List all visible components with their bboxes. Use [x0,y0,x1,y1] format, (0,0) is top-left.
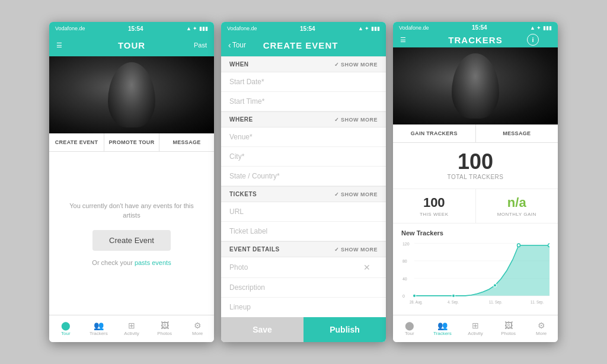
tour-tab-icon-t: ⬤ [405,321,414,330]
tour-screen: Vodafone.de 15:54 ▲ ✦ ▮▮▮ ☰ TOUR Past CR… [49,22,214,342]
tab-trackers[interactable]: 👥 Trackers [82,315,116,342]
create-event-screen: Vodafone.de 15:54 ▲ ✦ ▮▮▮ ‹ Tour CREATE … [221,22,386,342]
trackers-face-silhouette [452,53,499,119]
venue-field[interactable]: Venue* [221,127,386,147]
menu-icon-tour[interactable]: ☰ [56,41,80,49]
pasts-events-link[interactable]: pasts events [135,259,171,266]
create-event-button[interactable]: Create Event [92,230,171,251]
carrier-create: Vodafone.de [227,25,257,31]
nav-bar-tour: ☰ TOUR Past [49,34,214,56]
photos-tab-icon-t: 🖼 [504,321,513,330]
where-show-more[interactable]: ✓ SHOW MORE [334,117,378,123]
tab-activity-t[interactable]: ⊞ Activity [459,315,492,342]
new-trackers-chart-area: New Trackers 120 80 40 0 [393,223,558,315]
svg-point-9 [413,294,416,297]
carrier-trackers: Vodafone.de [399,25,429,31]
state-country-field[interactable]: State / Country* [221,167,386,186]
carrier-tour: Vodafone.de [55,25,85,31]
tab-photos-t[interactable]: 🖼 Photos [492,315,525,342]
this-week-number: 100 [399,195,469,210]
svg-text:80: 80 [402,258,407,264]
gain-trackers-tab[interactable]: GAIN TRACKERS [393,124,476,142]
back-button[interactable]: ‹ Tour [228,40,246,50]
status-icons-tour: ▲ ✦ ▮▮▮ [186,25,208,31]
tickets-label: TICKETS [229,191,257,197]
trackers-tab-icon-t: 👥 [437,321,448,330]
tour-tab-icon: ⬤ [61,321,71,330]
event-details-show-more[interactable]: ✓ SHOW MORE [334,247,378,253]
svg-point-13 [548,244,550,247]
activity-tab-icon: ⊞ [128,321,135,330]
info-icon[interactable]: i [527,34,551,46]
message-tab-trackers[interactable]: MESSAGE [476,124,558,142]
svg-text:4. Sep.: 4. Sep. [448,300,459,305]
tab-activity-label: Activity [124,331,139,336]
tab-tour-label-t: Tour [405,331,414,336]
publish-button[interactable]: Publish [304,317,386,342]
promote-tour-tab[interactable]: PROMOTE TOUR [104,133,159,151]
tour-action-tabs: CREATE EVENT PROMOTE TOUR MESSAGE [49,133,214,152]
svg-point-12 [517,244,520,247]
back-label: Tour [232,41,246,49]
total-trackers-label: TOTAL TRACKERS [401,174,550,180]
this-week-label: THIS WEEK [399,212,469,217]
photo-field[interactable]: Photo ✕ [221,257,386,278]
past-label[interactable]: Past [183,41,207,49]
when-show-more[interactable]: ✓ SHOW MORE [334,62,378,68]
empty-state: You currently don't have any events for … [49,152,214,315]
tab-activity[interactable]: ⊞ Activity [115,315,148,342]
chart-container: 120 80 40 0 [401,240,550,311]
start-time-field[interactable]: Start Time* [221,92,386,111]
tour-content: You currently don't have any events for … [49,152,214,315]
where-section-header: WHERE ✓ SHOW MORE [221,111,386,127]
tab-trackers-label: Trackers [90,331,108,336]
status-bar-tour: Vodafone.de 15:54 ▲ ✦ ▮▮▮ [49,22,214,34]
this-week-stat: 100 THIS WEEK [393,189,476,223]
save-button[interactable]: Save [221,317,304,342]
svg-text:120: 120 [402,241,410,246]
monthly-gain-label: MONTHLY GAIN [482,212,552,217]
more-tab-icon-t: ⚙ [538,321,545,330]
tab-more-label: More [192,331,203,336]
trackers-action-tabs: GAIN TRACKERS MESSAGE [393,124,558,143]
lineup-field[interactable]: Lineup [221,298,386,317]
status-icons-create: ▲ ✦ ▮▮▮ [358,25,380,31]
photo-clear-icon[interactable]: ✕ [363,263,370,272]
message-tab-tour[interactable]: MESSAGE [159,133,214,151]
url-field[interactable]: URL [221,202,386,222]
tab-tour[interactable]: ⬤ Tour [49,315,82,342]
tab-more[interactable]: ⚙ More [181,315,214,342]
svg-point-10 [452,294,455,297]
form-content: WHEN ✓ SHOW MORE Start Date* Start Time*… [221,56,386,317]
city-field[interactable]: City* [221,147,386,167]
trackers-hero-face [393,47,558,124]
stats-row: 100 THIS WEEK n/a MONTHLY GAIN [393,189,558,223]
photos-tab-icon: 🖼 [161,321,169,330]
trackers-hero-image [393,47,558,124]
tab-more-label-t: More [536,331,547,336]
ticket-label-field[interactable]: Ticket Label [221,222,386,241]
svg-text:0: 0 [402,293,405,299]
create-event-tab[interactable]: CREATE EVENT [49,133,104,151]
description-field[interactable]: Description [221,278,386,298]
total-trackers-number: 100 [401,151,550,173]
trackers-screen: Vodafone.de 15:54 ▲ ✦ ▮▮▮ ☰ TRACKERS i G… [393,22,558,342]
svg-text:28. Aug.: 28. Aug. [410,300,423,305]
time-trackers: 15:54 [472,24,487,31]
tab-more-t[interactable]: ⚙ More [525,315,558,342]
tab-bar-trackers: ⬤ Tour 👥 Trackers ⊞ Activity 🖼 Photos ⚙ … [393,315,558,342]
tickets-show-more[interactable]: ✓ SHOW MORE [334,191,378,197]
tab-tour-trackers[interactable]: ⬤ Tour [393,315,426,342]
tab-trackers-label-t: Trackers [433,331,452,336]
svg-text:40: 40 [402,276,407,281]
svg-text:11. Sep.: 11. Sep. [531,300,544,305]
status-bar-trackers: Vodafone.de 15:54 ▲ ✦ ▮▮▮ [393,22,558,32]
trackers-title: TRACKERS [448,35,502,45]
menu-icon-trackers[interactable]: ☰ [400,36,424,44]
tab-photos[interactable]: 🖼 Photos [148,315,181,342]
tab-trackers-active[interactable]: 👥 Trackers [426,315,459,342]
start-date-field[interactable]: Start Date* [221,72,386,92]
trackers-chart-svg: 120 80 40 0 [401,240,550,311]
tour-title: TOUR [118,40,145,50]
nav-bar-trackers: ☰ TRACKERS i [393,32,558,47]
